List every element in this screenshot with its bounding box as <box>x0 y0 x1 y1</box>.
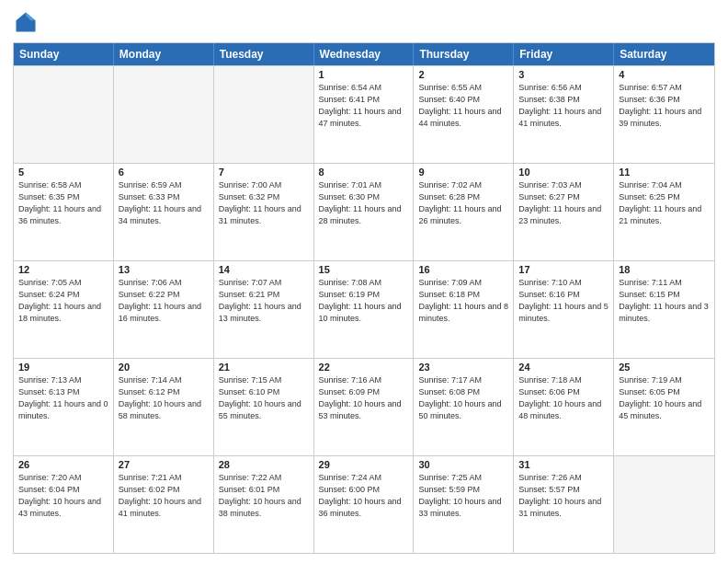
day-number: 25 <box>619 362 710 373</box>
day-info: Sunrise: 7:05 AM Sunset: 6:24 PM Dayligh… <box>18 277 108 325</box>
day-info: Sunrise: 7:04 AM Sunset: 6:25 PM Dayligh… <box>619 179 710 227</box>
day-number: 2 <box>418 69 508 80</box>
day-number: 16 <box>418 264 508 275</box>
cal-cell-18: 18Sunrise: 7:11 AM Sunset: 6:15 PM Dayli… <box>614 261 714 358</box>
cal-cell-10: 10Sunrise: 7:03 AM Sunset: 6:27 PM Dayli… <box>514 164 614 260</box>
day-number: 13 <box>119 264 209 275</box>
day-info: Sunrise: 7:26 AM Sunset: 5:57 PM Dayligh… <box>518 472 609 520</box>
logo <box>13 9 42 35</box>
day-info: Sunrise: 7:21 AM Sunset: 6:02 PM Dayligh… <box>119 472 209 520</box>
day-number: 9 <box>418 167 508 178</box>
cal-header-saturday: Saturday <box>614 43 714 65</box>
day-info: Sunrise: 6:58 AM Sunset: 6:35 PM Dayligh… <box>18 179 108 227</box>
day-info: Sunrise: 7:06 AM Sunset: 6:22 PM Dayligh… <box>119 277 209 325</box>
cal-cell-7: 7Sunrise: 7:00 AM Sunset: 6:32 PM Daylig… <box>214 164 314 260</box>
cal-header-friday: Friday <box>514 43 614 65</box>
day-number: 31 <box>518 459 609 470</box>
cal-cell-20: 20Sunrise: 7:14 AM Sunset: 6:12 PM Dayli… <box>114 359 214 455</box>
day-info: Sunrise: 7:08 AM Sunset: 6:19 PM Dayligh… <box>319 277 409 325</box>
day-number: 7 <box>219 167 309 178</box>
day-number: 1 <box>319 69 409 80</box>
cal-cell-empty <box>14 66 114 163</box>
cal-cell-4: 4Sunrise: 6:57 AM Sunset: 6:36 PM Daylig… <box>614 66 714 163</box>
day-number: 10 <box>518 167 609 178</box>
day-info: Sunrise: 6:57 AM Sunset: 6:36 PM Dayligh… <box>619 82 710 130</box>
day-number: 30 <box>418 459 508 470</box>
day-number: 27 <box>119 459 209 470</box>
day-info: Sunrise: 7:16 AM Sunset: 6:09 PM Dayligh… <box>319 374 409 422</box>
cal-cell-29: 29Sunrise: 7:24 AM Sunset: 6:00 PM Dayli… <box>314 456 415 553</box>
day-number: 28 <box>219 459 309 470</box>
cal-cell-27: 27Sunrise: 7:21 AM Sunset: 6:02 PM Dayli… <box>114 456 214 553</box>
cal-header-tuesday: Tuesday <box>214 43 314 65</box>
cal-week-5: 26Sunrise: 7:20 AM Sunset: 6:04 PM Dayli… <box>14 455 714 553</box>
cal-cell-15: 15Sunrise: 7:08 AM Sunset: 6:19 PM Dayli… <box>314 261 415 358</box>
day-info: Sunrise: 7:15 AM Sunset: 6:10 PM Dayligh… <box>219 374 309 422</box>
day-info: Sunrise: 7:20 AM Sunset: 6:04 PM Dayligh… <box>18 472 108 520</box>
day-info: Sunrise: 6:55 AM Sunset: 6:40 PM Dayligh… <box>418 82 508 130</box>
cal-cell-empty <box>614 456 714 553</box>
day-number: 23 <box>418 362 508 373</box>
day-number: 26 <box>18 459 108 470</box>
cal-cell-21: 21Sunrise: 7:15 AM Sunset: 6:10 PM Dayli… <box>214 359 314 455</box>
calendar: SundayMondayTuesdayWednesdayThursdayFrid… <box>13 42 715 554</box>
day-info: Sunrise: 7:07 AM Sunset: 6:21 PM Dayligh… <box>219 277 309 325</box>
cal-cell-empty <box>214 66 314 163</box>
day-info: Sunrise: 7:22 AM Sunset: 6:01 PM Dayligh… <box>219 472 309 520</box>
day-info: Sunrise: 6:56 AM Sunset: 6:38 PM Dayligh… <box>518 82 609 130</box>
day-number: 29 <box>319 459 409 470</box>
cal-cell-1: 1Sunrise: 6:54 AM Sunset: 6:41 PM Daylig… <box>314 66 415 163</box>
calendar-body: 1Sunrise: 6:54 AM Sunset: 6:41 PM Daylig… <box>14 65 714 553</box>
cal-cell-11: 11Sunrise: 7:04 AM Sunset: 6:25 PM Dayli… <box>614 164 714 260</box>
day-number: 5 <box>18 167 108 178</box>
cal-cell-6: 6Sunrise: 6:59 AM Sunset: 6:33 PM Daylig… <box>114 164 214 260</box>
cal-cell-23: 23Sunrise: 7:17 AM Sunset: 6:08 PM Dayli… <box>414 359 514 455</box>
cal-week-3: 12Sunrise: 7:05 AM Sunset: 6:24 PM Dayli… <box>14 260 714 358</box>
cal-cell-28: 28Sunrise: 7:22 AM Sunset: 6:01 PM Dayli… <box>214 456 314 553</box>
day-info: Sunrise: 7:25 AM Sunset: 5:59 PM Dayligh… <box>418 472 508 520</box>
day-info: Sunrise: 7:19 AM Sunset: 6:05 PM Dayligh… <box>619 374 710 422</box>
cal-cell-5: 5Sunrise: 6:58 AM Sunset: 6:35 PM Daylig… <box>14 164 114 260</box>
day-number: 8 <box>319 167 409 178</box>
cal-week-1: 1Sunrise: 6:54 AM Sunset: 6:41 PM Daylig… <box>14 65 714 163</box>
cal-cell-9: 9Sunrise: 7:02 AM Sunset: 6:28 PM Daylig… <box>414 164 514 260</box>
day-number: 21 <box>219 362 309 373</box>
cal-week-4: 19Sunrise: 7:13 AM Sunset: 6:13 PM Dayli… <box>14 358 714 455</box>
cal-cell-14: 14Sunrise: 7:07 AM Sunset: 6:21 PM Dayli… <box>214 261 314 358</box>
day-info: Sunrise: 6:59 AM Sunset: 6:33 PM Dayligh… <box>119 179 209 227</box>
cal-cell-30: 30Sunrise: 7:25 AM Sunset: 5:59 PM Dayli… <box>414 456 514 553</box>
day-info: Sunrise: 7:13 AM Sunset: 6:13 PM Dayligh… <box>18 374 108 422</box>
day-number: 22 <box>319 362 409 373</box>
cal-header-monday: Monday <box>114 43 214 65</box>
cal-cell-12: 12Sunrise: 7:05 AM Sunset: 6:24 PM Dayli… <box>14 261 114 358</box>
cal-cell-25: 25Sunrise: 7:19 AM Sunset: 6:05 PM Dayli… <box>614 359 714 455</box>
day-info: Sunrise: 7:24 AM Sunset: 6:00 PM Dayligh… <box>319 472 409 520</box>
calendar-header-row: SundayMondayTuesdayWednesdayThursdayFrid… <box>14 43 714 65</box>
day-number: 18 <box>619 264 710 275</box>
cal-header-thursday: Thursday <box>414 43 514 65</box>
day-info: Sunrise: 7:02 AM Sunset: 6:28 PM Dayligh… <box>418 179 508 227</box>
day-info: Sunrise: 7:00 AM Sunset: 6:32 PM Dayligh… <box>219 179 309 227</box>
header <box>13 9 715 35</box>
day-info: Sunrise: 7:09 AM Sunset: 6:18 PM Dayligh… <box>418 277 508 325</box>
cal-cell-26: 26Sunrise: 7:20 AM Sunset: 6:04 PM Dayli… <box>14 456 114 553</box>
cal-header-wednesday: Wednesday <box>314 43 415 65</box>
cal-cell-3: 3Sunrise: 6:56 AM Sunset: 6:38 PM Daylig… <box>514 66 614 163</box>
day-number: 19 <box>18 362 108 373</box>
cal-week-2: 5Sunrise: 6:58 AM Sunset: 6:35 PM Daylig… <box>14 163 714 260</box>
day-number: 17 <box>518 264 609 275</box>
cal-cell-24: 24Sunrise: 7:18 AM Sunset: 6:06 PM Dayli… <box>514 359 614 455</box>
day-info: Sunrise: 7:17 AM Sunset: 6:08 PM Dayligh… <box>418 374 508 422</box>
cal-cell-13: 13Sunrise: 7:06 AM Sunset: 6:22 PM Dayli… <box>114 261 214 358</box>
day-number: 3 <box>518 69 609 80</box>
cal-cell-31: 31Sunrise: 7:26 AM Sunset: 5:57 PM Dayli… <box>514 456 614 553</box>
page: SundayMondayTuesdayWednesdayThursdayFrid… <box>0 0 728 563</box>
cal-cell-8: 8Sunrise: 7:01 AM Sunset: 6:30 PM Daylig… <box>314 164 415 260</box>
day-info: Sunrise: 7:01 AM Sunset: 6:30 PM Dayligh… <box>319 179 409 227</box>
cal-cell-2: 2Sunrise: 6:55 AM Sunset: 6:40 PM Daylig… <box>414 66 514 163</box>
day-number: 11 <box>619 167 710 178</box>
day-info: Sunrise: 6:54 AM Sunset: 6:41 PM Dayligh… <box>319 82 409 130</box>
day-number: 4 <box>619 69 710 80</box>
cal-cell-22: 22Sunrise: 7:16 AM Sunset: 6:09 PM Dayli… <box>314 359 415 455</box>
day-info: Sunrise: 7:11 AM Sunset: 6:15 PM Dayligh… <box>619 277 710 325</box>
